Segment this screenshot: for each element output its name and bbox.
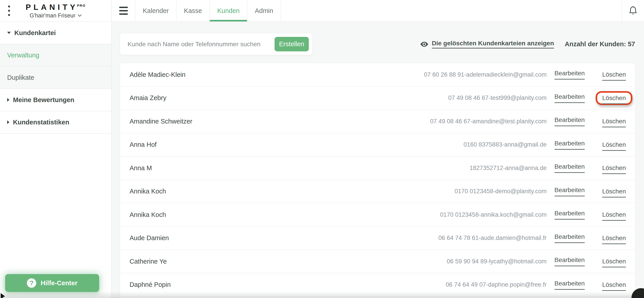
table-row: Annika Koch 0170 0123458-annika.koch@gma… — [120, 203, 635, 227]
delete-link-wrap: Löschen — [596, 184, 632, 198]
salon-name: G'hair'man Friseur — [30, 13, 75, 18]
edit-link[interactable]: Bearbeiten — [554, 70, 585, 80]
customer-contact: 0170 0123458-annika.koch@gmail.com — [440, 211, 546, 218]
toolbar-row: Erstellen Die gelöschten Kundenkarteien … — [120, 33, 635, 55]
sidebar-item-kundenkartei[interactable]: Kundenkartei — [0, 22, 111, 44]
customer-contact: 06 64 74 78 61-aude.damien@hotmail.fr — [438, 235, 547, 242]
customer-name: Aude Damien — [130, 234, 438, 242]
sidebar-item-meine-bewertungen[interactable]: Meine Bewertungen — [0, 89, 111, 111]
tab-kalender[interactable]: Kalender — [135, 0, 176, 21]
customer-contact: 06 74 64 49 07-daphne.popin@free.fr — [446, 281, 547, 288]
delete-link[interactable]: Löschen — [602, 71, 626, 81]
delete-link-wrap: Löschen — [596, 208, 632, 222]
customer-name: Catherine Ye — [130, 258, 447, 265]
edit-link[interactable]: Bearbeiten — [554, 210, 585, 220]
sidebar-nav: Kundenkartei Verwaltung Duplikate Meine … — [0, 22, 111, 134]
delete-link[interactable]: Löschen — [602, 95, 626, 104]
table-row: Amandine Schweitzer 07 49 08 46 67-amand… — [120, 110, 635, 133]
topbar: Kalender Kasse Kunden Admin — [112, 0, 644, 22]
table-row: Aude Damien 06 64 74 78 61-aude.damien@h… — [120, 227, 635, 250]
help-center-button[interactable]: ? Hilfe-Center — [5, 274, 99, 292]
delete-link[interactable]: Löschen — [602, 164, 626, 174]
customer-name: Amandine Schweitzer — [130, 118, 430, 125]
delete-link[interactable]: Löschen — [602, 235, 626, 244]
notifications-button[interactable] — [622, 0, 644, 21]
table-row: Anna Hof 0160 8375883-anna@gmail.de Bear… — [120, 133, 635, 157]
menu-icon[interactable] — [118, 6, 128, 15]
tab-kasse[interactable]: Kasse — [176, 0, 210, 21]
table-row: Anna M 1827352712-anna@anna.de Bearbeite… — [120, 156, 635, 180]
customer-name: Daphné Popin — [130, 281, 446, 289]
customer-contact: 1827352712-anna@anna.de — [470, 165, 546, 171]
show-deleted-label: Die gelöschten Kundenkarteien anzeigen — [432, 40, 554, 48]
customer-contact: 0160 8375883-anna@gmail.de — [464, 141, 546, 148]
delete-link[interactable]: Löschen — [602, 188, 626, 197]
caret-right-icon — [7, 120, 10, 124]
sidebar-item-label: Kundenstatistiken — [13, 119, 69, 126]
edit-link[interactable]: Bearbeiten — [554, 163, 585, 173]
brand-block: PLANITYPRO G'hair'man Friseur — [26, 3, 86, 18]
customer-contact: 07 49 08 46 67-amandine@test.planity.com — [430, 118, 547, 125]
customer-name: Adèle Madiec-Klein — [130, 71, 424, 78]
search-card: Erstellen — [120, 33, 312, 55]
delete-link-wrap: Löschen — [596, 161, 632, 175]
main-tabs: Kalender Kasse Kunden Admin — [135, 0, 281, 21]
search-input[interactable] — [120, 33, 274, 55]
caret-down-icon — [7, 32, 11, 34]
bell-icon — [628, 5, 638, 16]
delete-link[interactable]: Löschen — [602, 211, 626, 221]
brand-logo-pro: PRO — [77, 3, 86, 7]
question-icon: ? — [27, 278, 36, 288]
help-center-label: Hilfe-Center — [41, 280, 78, 287]
show-deleted-link[interactable]: Die gelöschten Kundenkarteien anzeigen — [420, 40, 554, 48]
sidebar-item-kundenstatistiken[interactable]: Kundenstatistiken — [0, 111, 111, 134]
sidebar-item-duplikate[interactable]: Duplikate — [0, 67, 111, 89]
edit-link[interactable]: Bearbeiten — [554, 93, 585, 103]
sidebar-item-verwaltung[interactable]: Verwaltung — [0, 44, 111, 67]
main-content: Erstellen Die gelöschten Kundenkarteien … — [112, 22, 644, 298]
customer-name: Annika Koch — [130, 211, 440, 218]
delete-link-wrap: Löschen — [596, 254, 632, 268]
customer-contact: 0170 0123458-demo@planity.com — [455, 188, 547, 195]
delete-link[interactable]: Löschen — [602, 141, 626, 151]
delete-link[interactable]: Löschen — [602, 258, 626, 267]
edit-link[interactable]: Bearbeiten — [554, 186, 585, 196]
customer-name: Anna M — [130, 164, 470, 172]
edit-link[interactable]: Bearbeiten — [554, 233, 585, 243]
customer-table: Adèle Madiec-Klein 07 60 26 88 91-adelem… — [120, 63, 635, 298]
sidebar-header: PLANITYPRO G'hair'man Friseur — [0, 0, 111, 22]
customer-name: Annika Koch — [130, 188, 455, 195]
brand-logo: PLANITYPRO — [26, 3, 86, 11]
delete-link-wrap: Löschen — [596, 278, 632, 292]
sidebar-item-label: Meine Bewertungen — [13, 96, 74, 104]
tab-admin[interactable]: Admin — [247, 0, 281, 21]
create-button[interactable]: Erstellen — [274, 37, 309, 51]
tab-kunden[interactable]: Kunden — [210, 0, 247, 21]
edit-link[interactable]: Bearbeiten — [554, 140, 585, 150]
delete-link-wrap: Löschen — [596, 231, 632, 245]
sidebar-item-label: Verwaltung — [7, 52, 40, 59]
table-row: Daphné Popin 06 74 64 49 07-daphne.popin… — [120, 274, 635, 297]
edit-link[interactable]: Bearbeiten — [554, 116, 585, 126]
delete-link-wrap: Löschen — [596, 138, 632, 152]
delete-link-wrap: Löschen — [596, 114, 632, 128]
table-row: Annika Koch 0170 0123458-demo@planity.co… — [120, 180, 635, 203]
salon-selector[interactable]: G'hair'man Friseur — [26, 13, 86, 18]
kebab-menu-icon[interactable] — [7, 4, 12, 17]
table-row: Catherine Ye 06 59 90 94 89-lycathy@hotm… — [120, 250, 635, 274]
chevron-down-icon — [78, 14, 82, 17]
delete-link-wrap-highlighted: Löschen — [596, 91, 632, 105]
delete-link-wrap: Löschen — [596, 68, 632, 82]
table-row: Adèle Madiec-Klein 07 60 26 88 91-adelem… — [120, 63, 635, 87]
delete-link[interactable]: Löschen — [602, 118, 626, 127]
table-row: Amaia Zebry 07 49 08 46 67-test999@plani… — [120, 87, 635, 110]
sidebar: PLANITYPRO G'hair'man Friseur Kundenkart… — [0, 0, 112, 298]
customer-contact: 07 49 08 46 67-test999@planity.com — [448, 95, 547, 101]
customer-count: Anzahl der Kunden: 57 — [565, 40, 635, 48]
customer-contact: 07 60 26 88 91-adelemadiecklein@gmail.co… — [424, 71, 546, 78]
sidebar-item-label: Kundenkartei — [14, 29, 56, 37]
delete-link[interactable]: Löschen — [602, 281, 626, 291]
edit-link[interactable]: Bearbeiten — [554, 257, 585, 266]
sidebar-item-label: Duplikate — [7, 74, 34, 81]
edit-link[interactable]: Bearbeiten — [554, 280, 585, 290]
